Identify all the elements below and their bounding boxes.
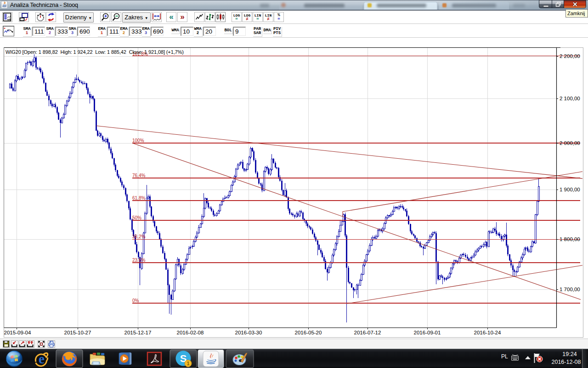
svg-text:2 100,00: 2 100,00	[560, 96, 580, 101]
svg-text:2016-05-20: 2016-05-20	[295, 330, 322, 335]
svg-text:1 700,00: 1 700,00	[560, 287, 580, 292]
svg-text:2 000,00: 2 000,00	[560, 140, 580, 146]
svg-text:2016-07-12: 2016-07-12	[354, 330, 381, 335]
svg-text:2015-09-04: 2015-09-04	[4, 330, 31, 335]
svg-text:76,4%: 76,4%	[132, 173, 145, 178]
svg-text:2016-09-01: 2016-09-01	[414, 330, 441, 335]
svg-text:50%: 50%	[132, 215, 141, 220]
svg-text:1: 1	[187, 361, 190, 366]
svg-text:100%: 100%	[132, 138, 144, 143]
svg-text:2 200,00: 2 200,00	[560, 53, 580, 59]
svg-text:2016-02-08: 2016-02-08	[177, 330, 204, 335]
svg-text:38,2%: 38,2%	[132, 234, 145, 239]
svg-text:2016-03-30: 2016-03-30	[235, 330, 262, 335]
svg-text:0%: 0%	[132, 298, 139, 303]
svg-text:2015-12-17: 2015-12-17	[124, 330, 152, 335]
svg-text:1 900,00: 1 900,00	[560, 187, 580, 192]
svg-text:61,8%: 61,8%	[132, 196, 145, 201]
svg-text:2016-10-24: 2016-10-24	[474, 330, 501, 335]
svg-text:1 800,00: 1 800,00	[560, 236, 580, 242]
svg-text:WIG20 [Open: 1 898,82 High: 1: WIG20 [Open: 1 898,82 High: 1 924,22 Low…	[6, 49, 184, 55]
svg-text:23,6%: 23,6%	[132, 258, 145, 263]
svg-text:2015-10-27: 2015-10-27	[64, 330, 91, 335]
